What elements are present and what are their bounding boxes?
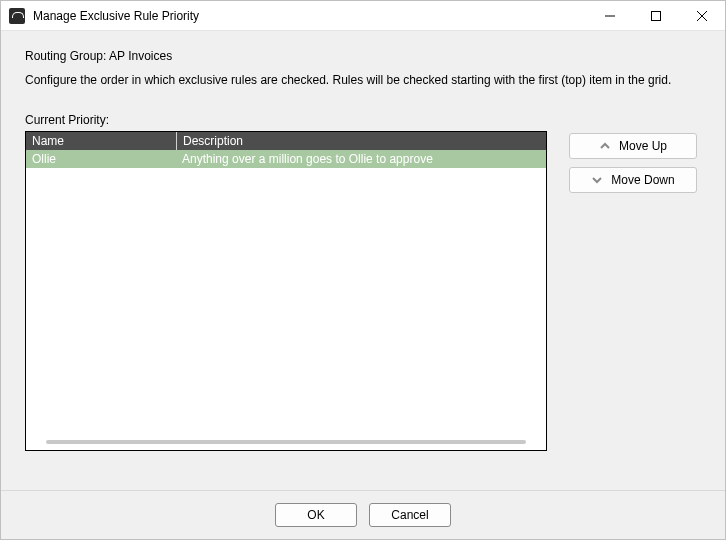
move-down-label: Move Down (611, 173, 674, 187)
ok-button[interactable]: OK (275, 503, 357, 527)
column-header-name[interactable]: Name (26, 132, 176, 150)
cell-description: Anything over a million goes to Ollie to… (176, 152, 546, 166)
grid-horizontal-scrollbar[interactable] (46, 440, 526, 444)
cell-name: Ollie (26, 152, 176, 166)
maximize-icon (651, 11, 661, 21)
chevron-up-icon (599, 140, 611, 152)
minimize-icon (605, 11, 615, 21)
priority-grid[interactable]: Name Description Ollie Anything over a m… (25, 131, 547, 451)
dialog-window: Manage Exclusive Rule Priority Routing G… (0, 0, 726, 540)
routing-group-line: Routing Group: AP Invoices (25, 49, 701, 63)
app-icon (9, 8, 25, 24)
grid-side-wrap: Name Description Ollie Anything over a m… (25, 131, 701, 480)
dialog-footer: OK Cancel (1, 491, 725, 539)
grid-header: Name Description (26, 132, 546, 150)
title-bar: Manage Exclusive Rule Priority (1, 1, 725, 31)
chevron-down-icon (591, 174, 603, 186)
description-text: Configure the order in which exclusive r… (25, 73, 701, 87)
close-button[interactable] (679, 1, 725, 31)
table-row[interactable]: Ollie Anything over a million goes to Ol… (26, 150, 546, 168)
move-down-button[interactable]: Move Down (569, 167, 697, 193)
close-icon (697, 11, 707, 21)
routing-group-prefix: Routing Group: (25, 49, 106, 63)
svg-rect-1 (652, 11, 661, 20)
content-area: Routing Group: AP Invoices Configure the… (1, 31, 725, 490)
routing-group-value: AP Invoices (109, 49, 172, 63)
minimize-button[interactable] (587, 1, 633, 31)
grid-body: Ollie Anything over a million goes to Ol… (26, 150, 546, 450)
move-up-label: Move Up (619, 139, 667, 153)
maximize-button[interactable] (633, 1, 679, 31)
cancel-button[interactable]: Cancel (369, 503, 451, 527)
side-buttons: Move Up Move Down (569, 131, 697, 193)
column-header-description[interactable]: Description (176, 132, 546, 150)
current-priority-label: Current Priority: (25, 113, 701, 127)
window-title: Manage Exclusive Rule Priority (33, 9, 199, 23)
move-up-button[interactable]: Move Up (569, 133, 697, 159)
